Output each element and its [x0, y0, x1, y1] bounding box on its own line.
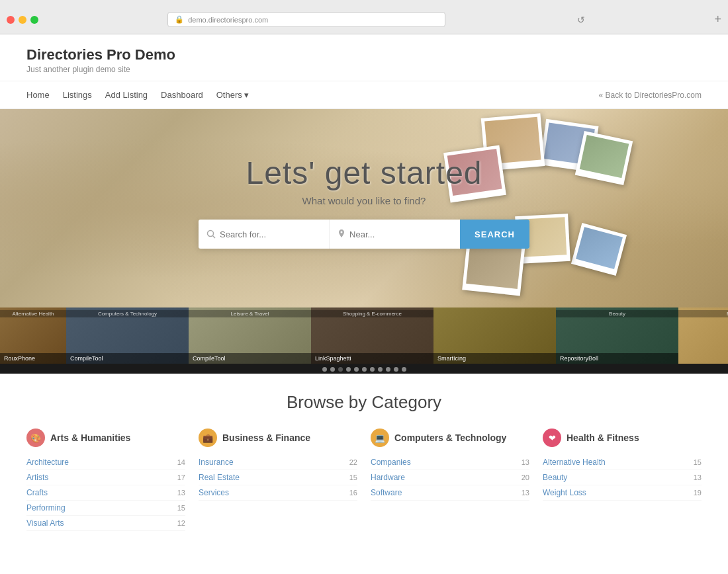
- nav-dashboard[interactable]: Dashboard: [161, 90, 203, 100]
- carousel-item[interactable]: Leisure & Travel CompileTool: [189, 308, 311, 364]
- category-item-link[interactable]: Artists: [26, 473, 48, 482]
- hero-subtitle: What would you like to find?: [199, 195, 529, 206]
- category-item-link[interactable]: Weight Loss: [543, 488, 586, 497]
- list-item: Crafts 13: [26, 485, 185, 501]
- arts-title: Arts & Humanities: [50, 432, 130, 443]
- svg-point-0: [208, 231, 214, 237]
- list-item: Services 16: [199, 485, 357, 501]
- hero-section: Lets' get started What would you like to…: [0, 109, 728, 308]
- carousel-dot[interactable]: [394, 367, 398, 372]
- carousel-label-bottom: LinkSpaghetti: [311, 353, 433, 364]
- category-health: ❤ Health & Fitness Alternative Health 15…: [543, 429, 702, 531]
- carousel-dot[interactable]: [378, 367, 383, 372]
- search-button[interactable]: SEARCH: [460, 220, 529, 249]
- list-item: Insurance 22: [199, 455, 357, 470]
- category-item-link[interactable]: Companies: [371, 458, 411, 467]
- category-item-link[interactable]: Beauty: [543, 473, 567, 482]
- category-item-link[interactable]: Software: [371, 488, 402, 497]
- carousel-item[interactable]: Computers & Technology CompileTool: [66, 308, 189, 364]
- search-icon: [206, 229, 216, 239]
- site-nav: Home Listings Add Listing Dashboard Othe…: [0, 81, 728, 109]
- category-business: 💼 Business & Finance Insurance 22 Real E…: [199, 429, 357, 531]
- hero-title: Lets' get started: [199, 155, 529, 191]
- carousel-item[interactable]: Shopping & E-commerce LinkSpaghetti: [311, 308, 433, 364]
- nav-others[interactable]: Others ▾: [216, 90, 249, 100]
- carousel-label-bottom: RouxPhone: [0, 353, 66, 364]
- location-input-wrapper: [330, 220, 460, 249]
- nav-links: Home Listings Add Listing Dashboard Othe…: [26, 90, 599, 100]
- lock-icon: 🔒: [175, 15, 184, 24]
- categories-grid: 🎨 Arts & Humanities Architecture 14 Arti…: [26, 429, 702, 531]
- url-text: demo.directoriespro.com: [188, 16, 268, 24]
- category-item-count: 13: [522, 489, 529, 497]
- category-item-count: 19: [694, 489, 702, 497]
- category-header-arts: 🎨 Arts & Humanities: [26, 429, 185, 447]
- category-item-count: 15: [349, 473, 357, 481]
- carousel-dot[interactable]: [386, 367, 390, 372]
- minimize-button[interactable]: [19, 16, 26, 24]
- carousel-label-bottom: RepositoryBoll: [556, 353, 678, 364]
- svg-point-2: [341, 231, 343, 233]
- category-item-link[interactable]: Architecture: [26, 458, 69, 467]
- location-icon: [338, 229, 345, 239]
- list-item: Visual Arts 12: [26, 516, 185, 531]
- chevron-down-icon: ▾: [244, 90, 249, 100]
- category-item-count: 22: [349, 458, 357, 466]
- back-link[interactable]: « Back to DirectoriesPro.com: [599, 91, 702, 100]
- category-item-link[interactable]: Crafts: [26, 488, 48, 497]
- carousel-item[interactable]: Alternative Health RouxPhone: [0, 308, 66, 364]
- arts-items: Architecture 14 Artists 17 Crafts 13 Per…: [26, 455, 185, 531]
- carousel-dot[interactable]: [346, 367, 351, 372]
- browse-section: Browse by Category 🎨 Arts & Humanities A…: [0, 374, 728, 544]
- carousel-label-bottom: SmartIcing: [433, 353, 556, 364]
- computers-items: Companies 13 Hardware 20 Software 13: [371, 455, 529, 501]
- category-item-link[interactable]: Hardware: [371, 473, 405, 482]
- maximize-button[interactable]: [30, 16, 38, 24]
- new-tab-button[interactable]: +: [714, 13, 721, 26]
- carousel-item[interactable]: Beauty RepositoryBoll: [556, 308, 678, 364]
- category-item-link[interactable]: Real Estate: [199, 473, 240, 482]
- traffic-lights: [7, 16, 38, 24]
- nav-home[interactable]: Home: [26, 90, 50, 100]
- carousel-dot[interactable]: [354, 367, 359, 372]
- category-item-count: 20: [522, 473, 529, 481]
- list-item: Weight Loss 19: [543, 485, 702, 501]
- address-bar[interactable]: 🔒 demo.directoriespro.com: [167, 12, 445, 27]
- list-item: Real Estate 15: [199, 470, 357, 485]
- browse-title: Browse by Category: [26, 392, 702, 413]
- nav-listings[interactable]: Listings: [63, 90, 92, 100]
- health-title: Health & Fitness: [567, 432, 639, 443]
- category-item-link[interactable]: Insurance: [199, 458, 234, 467]
- carousel-label-top: Shopping & E-commerce: [311, 310, 433, 317]
- location-input[interactable]: [349, 229, 452, 239]
- carousel-dot-active[interactable]: [338, 367, 343, 372]
- category-header-computers: 💻 Computers & Technology: [371, 429, 529, 447]
- carousel-dot[interactable]: [370, 367, 375, 372]
- carousel-dot[interactable]: [322, 367, 327, 372]
- carousel-dot[interactable]: [362, 367, 367, 372]
- category-item-count: 17: [177, 473, 185, 481]
- health-icon: ❤: [543, 429, 561, 447]
- svg-line-1: [213, 236, 216, 239]
- category-item-link[interactable]: Visual Arts: [26, 518, 64, 528]
- carousel-dot[interactable]: [402, 367, 406, 372]
- list-item: Hardware 20: [371, 470, 529, 485]
- carousel-items: Alternative Health RouxPhone Computers &…: [0, 308, 728, 364]
- category-header-business: 💼 Business & Finance: [199, 429, 357, 447]
- category-item-count: 16: [349, 489, 357, 497]
- carousel-item[interactable]: SmartIcing: [433, 308, 556, 364]
- category-item-link[interactable]: Services: [199, 488, 229, 497]
- carousel-label-top: Beauty: [556, 310, 678, 317]
- reload-button[interactable]: ↺: [577, 15, 585, 25]
- category-header-health: ❤ Health & Fitness: [543, 429, 702, 447]
- carousel-dot[interactable]: [330, 367, 335, 372]
- nav-add-listing[interactable]: Add Listing: [105, 90, 148, 100]
- close-button[interactable]: [7, 16, 15, 24]
- list-item: Companies 13: [371, 455, 529, 470]
- category-item-link[interactable]: Performing: [26, 503, 66, 512]
- carousel-item[interactable]: Performing: [678, 308, 728, 364]
- list-item: Beauty 13: [543, 470, 702, 485]
- category-item-link[interactable]: Alternative Health: [543, 458, 606, 467]
- search-input[interactable]: [220, 229, 321, 239]
- list-item: Architecture 14: [26, 455, 185, 470]
